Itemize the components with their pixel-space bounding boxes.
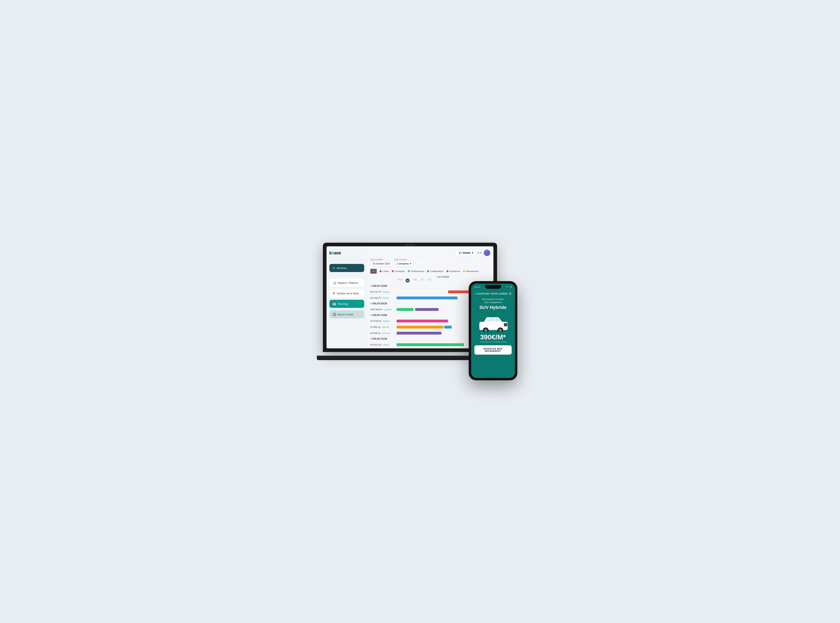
date-start-input[interactable]: 24 octobre 2024 (370, 261, 392, 266)
assistance-dot (446, 270, 448, 272)
professionnel-label: Professionnel (411, 270, 425, 272)
bar-gt045-1 (397, 332, 442, 335)
assistance-label: Assistance (449, 270, 460, 272)
date-end-group: Date de début 2 semaines ▾ (394, 258, 413, 266)
svg-point-10 (499, 330, 501, 331)
group-xc90-chevron: ▾ (370, 285, 371, 287)
user-avatar[interactable] (484, 250, 490, 256)
phone-price: 390€/M* (480, 334, 506, 341)
legend-row: 🚗 Loisirs Courtoisie Professionnel (370, 269, 490, 274)
phone-cta-button[interactable]: RÉSERVER MON ABONNEMENT (474, 345, 512, 354)
planning-button[interactable]: 📅 Planning (329, 300, 364, 308)
svg-rect-2 (504, 324, 507, 324)
duration-select[interactable]: 2 semaines ▾ (394, 261, 413, 266)
day-today: 24 (404, 279, 411, 282)
bar-gt078-1 (397, 319, 448, 322)
car-svg (475, 312, 511, 332)
phone-screen: services ▪▪▪ ⌒ ▮ ‹ LOCATION TOUTE DURÉE … (471, 284, 515, 378)
svg-rect-3 (504, 324, 507, 325)
collaborateur-dot (427, 270, 429, 272)
phone-subtitle-line2: sans engagement (484, 301, 502, 304)
next-arrow[interactable]: › (422, 260, 426, 265)
chevron-down-icon-3: ▾ (410, 262, 411, 265)
date-start-label: Date de début (370, 258, 392, 261)
services-label: Services (337, 267, 347, 270)
laptop-screen: knave ⊙ Services 📊 Départs / Retours ⚙ (326, 246, 494, 348)
legend-loisirs: Loisirs (380, 270, 389, 272)
planning-label: Planning (338, 302, 348, 305)
phone-price-note: * Assurance Tous Risques incluse (479, 341, 506, 343)
signal-icon: ▪▪▪ (506, 286, 508, 288)
location-label: V+ PARIS (458, 252, 471, 255)
help-icon: 🎧 (332, 313, 336, 316)
departures-button[interactable]: 📊 Départs / Retours (329, 279, 364, 287)
location-select[interactable]: V+ PARIS ▾ (456, 250, 476, 256)
day-v25: V 25 (411, 279, 418, 282)
phone-menu-button[interactable]: ☰ (509, 292, 511, 295)
row-gx456-label: GX-456-TY 243 km (370, 297, 397, 299)
courtoisie-dot (392, 270, 394, 272)
wifi-icon: ⌒ (508, 286, 510, 288)
day-m23: M 23 (397, 279, 404, 282)
lang-label: fr (478, 252, 480, 255)
date-row: Date de début 24 octobre 2024 Date de dé… (370, 258, 490, 266)
phone-content: Abonnement mensuel sans engagement SUV H… (471, 296, 515, 378)
car-icon-box: 🚗 (370, 269, 377, 274)
group-xc40-chevron: ▾ (370, 338, 371, 340)
services-button[interactable]: ⊙ Services (329, 264, 364, 272)
svg-point-7 (485, 330, 486, 331)
calendar-icon: 📅 (332, 302, 336, 305)
phone-nav-bar: ‹ LOCATION TOUTE DURÉE ☰ (471, 290, 515, 296)
row-gw789-label: GW-789-HY 11248 km (370, 308, 397, 311)
battery-icon: ▮ (511, 286, 511, 288)
legend-professionnel: Professionnel (408, 270, 425, 272)
group-xc60-label: VOLVO XC60 (372, 314, 387, 316)
phone-app-name: services (474, 286, 480, 288)
day-s2: S 2 (418, 279, 426, 282)
phone-back-button[interactable]: ‹ (474, 292, 475, 295)
group-xc90-label: VOLVO XC90 (372, 285, 387, 287)
nav-arrows: ‹ › (416, 260, 426, 265)
row-gx741-label: GX-741-TY 6314 km (370, 291, 397, 293)
row-gt078-label: GT-078-HZ 9239 km (370, 320, 397, 322)
bar-gt682-1 (397, 326, 443, 328)
legend-abonnement: Abonnement (463, 270, 478, 272)
departures-label: Départs / Retours (338, 281, 358, 284)
bar-gs912-1 (397, 343, 464, 346)
logo: knave (329, 250, 364, 256)
phone-subtitle-line1: Abonnement mensuel (482, 298, 504, 300)
row-gt045-label: GT-045-JL 10717 km (370, 332, 397, 335)
collaborateur-label: Collaborateur (430, 270, 443, 272)
phone: services ▪▪▪ ⌒ ▮ ‹ LOCATION TOUTE DURÉE … (469, 281, 517, 380)
laptop-notch (405, 244, 415, 246)
chart-icon: 📊 (332, 281, 336, 284)
lang-select[interactable]: fr ▾ (478, 252, 482, 255)
bar-gw789-2 (415, 308, 439, 311)
day-labels: M 23 24 V 25 S 2 J 31 (397, 279, 433, 282)
svg-rect-12 (502, 323, 505, 324)
help-label: Besoin d'aide (338, 313, 354, 316)
day-j31: J 31 (426, 279, 433, 282)
chevron-down-icon-2: ▾ (480, 252, 482, 255)
svg-rect-4 (505, 326, 507, 327)
phone-car-image (475, 312, 511, 332)
group-ex30-chevron: ▾ (370, 302, 371, 305)
duration-value: 2 semaines (396, 262, 409, 265)
sidebar: knave ⊙ Services 📊 Départs / Retours ⚙ (326, 246, 367, 348)
prev-arrow[interactable]: ‹ (416, 260, 421, 265)
header-row: V+ PARIS ▾ fr ▾ (370, 250, 490, 256)
fleet-label: Gestion de la flotte (337, 292, 359, 295)
help-button[interactable]: 🎧 Besoin d'aide (329, 310, 364, 318)
fleet-button[interactable]: ⚙ Gestion de la flotte (329, 289, 364, 297)
row-gs912-label: GS-912-LQ 100 km (370, 344, 397, 346)
loisirs-dot (380, 270, 382, 272)
row-gt682-label: GT-682-JL 5367 km (370, 326, 397, 328)
group-xc60-chevron: ▾ (370, 314, 371, 316)
date-end-label: Date de début (394, 258, 413, 261)
phone-notch (485, 285, 502, 289)
chevron-down-icon: ▾ (472, 252, 473, 255)
bar-gx456-1 (397, 296, 457, 299)
fleet-icon: ⚙ (332, 292, 335, 295)
legend-courtoisie: Courtoisie (392, 270, 405, 272)
date-start-group: Date de début 24 octobre 2024 (370, 258, 392, 266)
